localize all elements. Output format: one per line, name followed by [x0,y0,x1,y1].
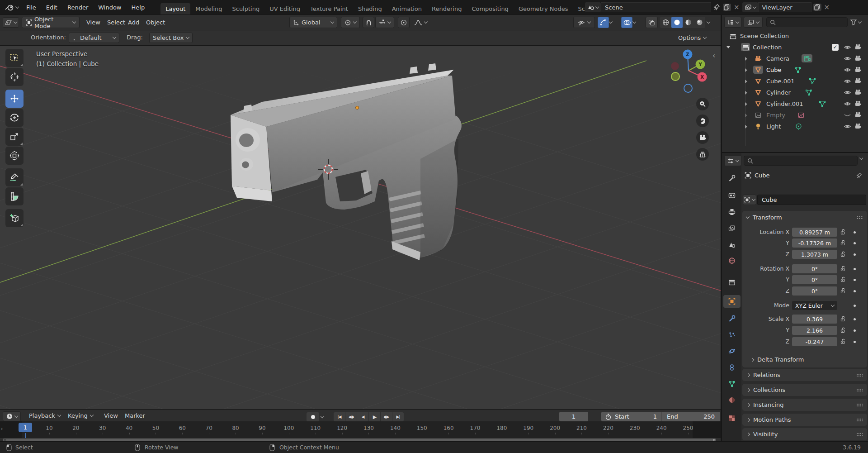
proportional-falloff-dropdown[interactable] [410,17,430,28]
animate-dot[interactable] [854,253,856,256]
tool-annotate[interactable] [5,168,24,186]
scale-y-field[interactable]: 2.166 [792,326,837,335]
object-id-browse-button[interactable] [743,195,756,205]
loc-z-field[interactable]: 1.3073 m [792,250,837,259]
shading-material-button[interactable] [683,17,694,28]
lock-icon[interactable] [840,277,846,282]
properties-search-input[interactable] [744,156,858,166]
lock-icon[interactable] [840,339,846,344]
tab-uv-editing[interactable]: UV Editing [264,3,305,14]
tab-collection-props[interactable] [723,276,741,289]
properties-editor-type-button[interactable] [724,155,741,166]
gizmo-neg-z[interactable] [684,84,692,92]
cylinder-hide-eye-icon[interactable] [844,90,851,95]
menu-object[interactable]: Object [142,15,169,30]
outliner-row-empty[interactable]: Empty [722,110,868,121]
cube001-hide-eye-icon[interactable] [844,78,851,84]
lock-icon[interactable] [840,229,846,235]
play-reverse-button[interactable]: ◀ [357,412,368,421]
empty-render-icon[interactable] [854,112,862,118]
playhead-line[interactable] [25,433,26,438]
tab-world[interactable] [723,254,741,267]
tool-select-box[interactable] [5,49,24,67]
snap-with-dropdown[interactable] [375,17,394,28]
outliner-row-scene-collection[interactable]: Scene Collection [722,31,868,42]
camera-disclosure[interactable] [745,57,747,61]
collection-disclosure[interactable] [726,46,730,48]
frame-start-field[interactable]: Start 1 [601,412,661,421]
editor-type-button[interactable] [3,17,19,28]
cylinder-disclosure[interactable] [745,91,747,95]
playback-menu[interactable]: Playback [25,410,64,422]
frame-end-field[interactable]: End 250 [661,412,720,421]
sidebar-collapse-arrow[interactable]: ‹ [712,51,715,60]
shading-rendered-button[interactable] [694,17,705,28]
animate-dot[interactable] [854,268,856,270]
lock-icon[interactable] [840,316,846,322]
jump-start-button[interactable]: |◀ [334,412,345,421]
outliner-row-light[interactable]: Light [722,121,868,132]
shading-solid-button[interactable] [671,17,683,28]
rot-z-field[interactable]: 0° [792,286,837,296]
tool-move[interactable] [5,90,24,108]
outliner-row-cylinder[interactable]: Cylinder [722,87,868,98]
lock-icon[interactable] [840,251,846,257]
tab-render[interactable] [723,189,741,202]
camera-hide-eye-icon[interactable] [844,56,851,62]
tab-object[interactable] [723,295,741,308]
tool-cursor[interactable] [5,68,24,86]
orientation-setting-dropdown[interactable]: Default [69,33,119,43]
current-frame-badge[interactable]: 1 [19,423,32,432]
properties-filter-dropdown[interactable] [860,158,863,159]
drag-setting-dropdown[interactable]: Select Box [149,33,193,43]
tab-animation[interactable]: Animation [387,3,427,14]
tab-physics[interactable] [723,345,741,358]
tab-tool[interactable] [723,172,741,185]
toggle-ortho-button[interactable] [696,148,709,161]
cube-render-icon[interactable] [854,67,862,73]
outliner-row-cube001[interactable]: Cube.001 [722,76,868,87]
cube-hide-eye-icon[interactable] [844,67,851,73]
proportional-editing-toggle[interactable] [398,17,410,28]
light-render-icon[interactable] [854,123,862,129]
outliner-row-camera[interactable]: Camera [722,53,868,64]
new-scene-icon[interactable] [723,4,731,11]
tab-modeling[interactable]: Modeling [190,3,227,14]
loc-y-field[interactable]: -0.17326 m [792,238,837,248]
cylinder001-render-icon[interactable] [854,100,862,107]
scene-browse-button[interactable] [585,2,601,12]
light-hide-eye-icon[interactable] [844,124,851,129]
lock-icon[interactable] [840,266,846,272]
pan-button[interactable] [696,114,709,127]
transform-drag-handle[interactable] [857,216,863,219]
outliner-row-collection[interactable]: Collection ✓ [722,42,868,53]
tab-compositing[interactable]: Compositing [467,3,514,14]
keying-menu[interactable]: Keying [64,410,97,422]
transform-orientation-dropdown[interactable]: Global [289,17,337,28]
prev-keyframe-button[interactable]: ◀◆ [345,412,357,421]
gizmo-neg-x[interactable] [671,62,679,70]
outliner-display-mode-dropdown[interactable] [744,17,763,28]
animate-dot[interactable] [854,305,856,307]
section-collections[interactable]: Collections [742,384,867,396]
menu-window[interactable]: Window [93,0,126,14]
menu-edit[interactable]: Edit [41,0,62,14]
timeline-editor-type-button[interactable] [3,411,21,421]
tool-add-cube[interactable] [5,209,24,227]
zoom-button[interactable] [696,98,709,110]
outliner-search-input[interactable] [766,17,848,27]
light-disclosure[interactable] [745,125,747,129]
camera-view-button[interactable] [696,131,709,144]
collection-render-camera-icon[interactable] [854,44,862,50]
play-button[interactable]: ▶ [369,412,380,421]
camera-render-icon[interactable] [854,55,862,62]
show-object-types-dropdown[interactable] [573,17,595,28]
show-gizmo-toggle[interactable] [598,17,609,28]
tab-layout[interactable]: Layout [160,3,190,14]
delta-transform-header[interactable]: Delta Transform [751,356,804,363]
scale-x-field[interactable]: 0.369 [792,315,837,324]
lock-icon[interactable] [840,327,846,333]
section-relations[interactable]: Relations [742,369,867,381]
cylinder001-disclosure[interactable] [745,102,747,106]
auto-keying-dropdown[interactable] [321,412,324,421]
